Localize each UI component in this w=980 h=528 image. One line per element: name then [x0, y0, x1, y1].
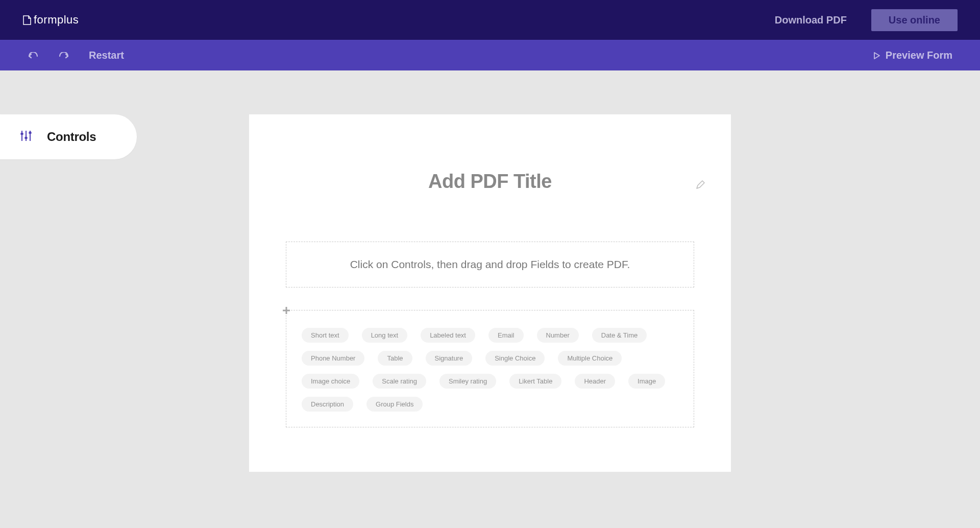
- field-chip[interactable]: Date & Time: [592, 328, 647, 343]
- chips-container: Short textLong textLabeled textEmailNumb…: [302, 328, 678, 412]
- toolbar-left: Restart: [28, 50, 124, 61]
- drop-hint-text: Click on Controls, then drag and drop Fi…: [350, 258, 630, 270]
- field-chip[interactable]: Header: [575, 374, 615, 389]
- field-chip[interactable]: Multiple Choice: [558, 351, 622, 366]
- brand-logo: formplus: [22, 13, 79, 27]
- redo-icon[interactable]: [58, 52, 69, 59]
- drop-hint-box[interactable]: Click on Controls, then drag and drop Fi…: [286, 242, 694, 287]
- field-chip[interactable]: Email: [488, 328, 524, 343]
- field-chip[interactable]: Likert Table: [509, 374, 561, 389]
- fields-palette: Short textLong textLabeled textEmailNumb…: [286, 310, 694, 427]
- download-pdf-link[interactable]: Download PDF: [775, 14, 847, 26]
- field-chip[interactable]: Phone Number: [302, 351, 364, 366]
- pencil-icon: [695, 180, 705, 190]
- sliders-icon: [19, 129, 33, 145]
- top-actions: Download PDF Use online: [775, 9, 958, 31]
- field-chip[interactable]: Group Fields: [366, 397, 423, 412]
- field-chip[interactable]: Number: [537, 328, 579, 343]
- edit-title-icon[interactable]: [695, 180, 705, 192]
- svg-rect-4: [25, 137, 28, 139]
- controls-label: Controls: [47, 130, 96, 144]
- field-chip[interactable]: Description: [302, 397, 353, 412]
- field-chip[interactable]: Long text: [362, 328, 408, 343]
- svg-rect-3: [21, 133, 23, 135]
- controls-tab[interactable]: Controls: [0, 114, 137, 159]
- restart-button[interactable]: Restart: [89, 50, 124, 61]
- field-chip[interactable]: Single Choice: [485, 351, 545, 366]
- title-row: Add PDF Title: [278, 171, 702, 193]
- field-chip[interactable]: Labeled text: [421, 328, 475, 343]
- field-chip[interactable]: Scale rating: [373, 374, 426, 389]
- field-chip[interactable]: Smiley rating: [439, 374, 496, 389]
- field-chip[interactable]: Signature: [426, 351, 473, 366]
- pdf-title-placeholder[interactable]: Add PDF Title: [428, 171, 552, 193]
- brand-text: formplus: [34, 13, 79, 27]
- field-chip[interactable]: Image: [628, 374, 665, 389]
- undo-icon[interactable]: [28, 52, 39, 59]
- field-chip[interactable]: Image choice: [302, 374, 359, 389]
- svg-rect-5: [29, 132, 32, 134]
- preview-form-button[interactable]: Preview Form: [873, 50, 952, 61]
- top-header: formplus Download PDF Use online: [0, 0, 980, 40]
- field-chip[interactable]: Table: [378, 351, 412, 366]
- canvas-card: Add PDF Title Click on Controls, then dr…: [249, 114, 731, 472]
- use-online-button[interactable]: Use online: [871, 9, 958, 31]
- plus-icon[interactable]: [281, 305, 291, 316]
- toolbar: Restart Preview Form: [0, 40, 980, 70]
- main-area: Controls Add PDF Title Click on Controls…: [0, 70, 980, 528]
- preview-form-label: Preview Form: [886, 50, 952, 61]
- field-chip[interactable]: Short text: [302, 328, 349, 343]
- logo-icon: [22, 14, 32, 26]
- play-icon: [873, 52, 880, 60]
